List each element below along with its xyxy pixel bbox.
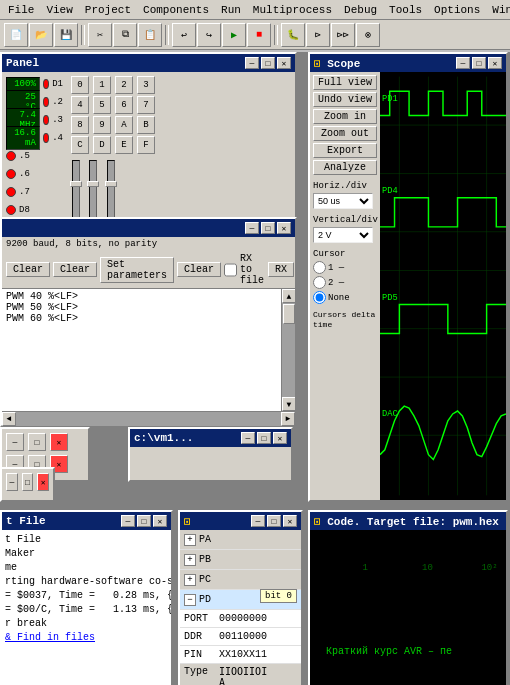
menu-options[interactable]: Options — [428, 3, 486, 17]
btn-4[interactable]: 4 — [71, 96, 89, 114]
terminal-clear-btn-3[interactable]: Clear — [177, 262, 221, 277]
scope-minimize[interactable]: ─ — [456, 57, 470, 69]
io-minimize[interactable]: ─ — [251, 515, 265, 527]
led-d1[interactable] — [43, 79, 49, 89]
toolbar-cut[interactable]: ✂ — [88, 23, 112, 47]
scope-undo-view[interactable]: Undo view — [313, 92, 377, 107]
scope-analyze[interactable]: Analyze — [313, 160, 377, 175]
io-maximize[interactable]: □ — [267, 515, 281, 527]
cursor-radio-2[interactable]: 2 — — [313, 276, 377, 289]
terminal-hscroll-track[interactable] — [16, 412, 281, 426]
scope-close[interactable]: ✕ — [488, 57, 502, 69]
terminal-clear-btn-2[interactable]: Clear — [53, 262, 97, 277]
console-body[interactable]: t File Maker me rting hardware-software … — [2, 530, 171, 685]
btn-a[interactable]: A — [115, 116, 133, 134]
sw1-btn2[interactable]: □ — [28, 433, 46, 451]
led-d6[interactable] — [6, 169, 16, 179]
code-body[interactable]: 1 10 10² 10³ Краткий курс AVR – пе Генер… — [310, 530, 506, 685]
btn-e[interactable]: E — [115, 136, 133, 154]
terminal-clear-btn-1[interactable]: Clear — [6, 262, 50, 277]
terminal-minimize[interactable]: ─ — [245, 222, 259, 234]
menu-window[interactable]: Window — [486, 3, 510, 17]
terminal-scroll-down[interactable]: ▼ — [282, 397, 295, 411]
terminal-close[interactable]: ✕ — [277, 222, 291, 234]
panel-maximize[interactable]: □ — [261, 57, 275, 69]
io-pa-expand[interactable]: + — [184, 534, 196, 546]
cursor-radio-2-input[interactable] — [313, 276, 326, 289]
menu-run[interactable]: Run — [215, 3, 247, 17]
terminal-hscroll-left[interactable]: ◄ — [2, 412, 16, 426]
btn-8[interactable]: 8 — [71, 116, 89, 134]
panel-minimize[interactable]: ─ — [245, 57, 259, 69]
io-pb-expand[interactable]: + — [184, 554, 196, 566]
led-d8[interactable] — [6, 205, 16, 215]
panel-close[interactable]: ✕ — [277, 57, 291, 69]
cursor-radio-1-input[interactable] — [313, 261, 326, 274]
scope-horiz-div-select[interactable]: 50 us — [313, 193, 373, 209]
btn-5[interactable]: 5 — [93, 96, 111, 114]
toolbar-paste[interactable]: 📋 — [138, 23, 162, 47]
menu-view[interactable]: View — [40, 3, 78, 17]
sw2-maximize[interactable]: □ — [257, 432, 271, 444]
cursor-radio-none[interactable]: None — [313, 291, 377, 304]
btn-3[interactable]: 3 — [137, 76, 155, 94]
btn-d[interactable]: D — [93, 136, 111, 154]
btn-9[interactable]: 9 — [93, 116, 111, 134]
btn-b[interactable]: B — [137, 116, 155, 134]
io-pc-expand[interactable]: + — [184, 574, 196, 586]
terminal-scroll-track[interactable] — [282, 303, 295, 397]
toolbar-step[interactable]: ⊳ — [306, 23, 330, 47]
cursor-radio-1[interactable]: 1 — — [313, 261, 377, 274]
terminal-rx-btn[interactable]: RX — [268, 262, 294, 277]
console-maximize[interactable]: □ — [137, 515, 151, 527]
menu-project[interactable]: Project — [79, 3, 137, 17]
menu-tools[interactable]: Tools — [383, 3, 428, 17]
scope-maximize[interactable]: □ — [472, 57, 486, 69]
slider-s1-thumb[interactable] — [70, 181, 82, 187]
terminal-scroll-up[interactable]: ▲ — [282, 289, 295, 303]
btn-6[interactable]: 6 — [115, 96, 133, 114]
terminal-set-params-btn[interactable]: Set parameters — [100, 257, 174, 283]
toolbar-undo[interactable]: ↩ — [172, 23, 196, 47]
scope-vert-div-select[interactable]: 2 V — [313, 227, 373, 243]
led-d3[interactable] — [43, 115, 49, 125]
slider-s3-thumb[interactable] — [105, 181, 117, 187]
menu-components[interactable]: Components — [137, 3, 215, 17]
led-d7[interactable] — [6, 187, 16, 197]
cursor-radio-none-input[interactable] — [313, 291, 326, 304]
toolbar-redo[interactable]: ↪ — [197, 23, 221, 47]
toolbar-stop[interactable]: ■ — [247, 23, 271, 47]
slider-s3-track[interactable] — [107, 160, 115, 220]
toolbar-open[interactable]: 📂 — [29, 23, 53, 47]
scope-zoom-out[interactable]: Zoom out — [313, 126, 377, 141]
btn-0[interactable]: 0 — [71, 76, 89, 94]
sw1-btn3[interactable]: ✕ — [50, 433, 68, 451]
terminal-maximize[interactable]: □ — [261, 222, 275, 234]
io-close[interactable]: ✕ — [283, 515, 297, 527]
toolbar-step2[interactable]: ⊳⊳ — [331, 23, 355, 47]
scope-full-view[interactable]: Full view — [313, 75, 377, 90]
sw1-btn1[interactable]: ─ — [6, 433, 24, 451]
led-d2[interactable] — [43, 97, 49, 107]
toolbar-copy[interactable]: ⧉ — [113, 23, 137, 47]
console-close[interactable]: ✕ — [153, 515, 167, 527]
sw3-btn1[interactable]: ─ — [6, 473, 18, 491]
btn-7[interactable]: 7 — [137, 96, 155, 114]
console-minimize[interactable]: ─ — [121, 515, 135, 527]
rx-to-file-checkbox[interactable] — [224, 263, 237, 277]
io-pd-expand[interactable]: − — [184, 594, 196, 606]
toolbar-break[interactable]: ⊗ — [356, 23, 380, 47]
menu-debug[interactable]: Debug — [338, 3, 383, 17]
btn-2[interactable]: 2 — [115, 76, 133, 94]
sw3-btn2[interactable]: □ — [22, 473, 34, 491]
slider-s2-thumb[interactable] — [87, 181, 99, 187]
menu-multiprocess[interactable]: Multiprocess — [247, 3, 338, 17]
terminal-text-area[interactable]: PWM 40 %<LF> PWM 50 %<LF> PWM 60 %<LF> — [2, 289, 281, 411]
toolbar-debug[interactable]: 🐛 — [281, 23, 305, 47]
menu-file[interactable]: File — [2, 3, 40, 17]
toolbar-run[interactable]: ▶ — [222, 23, 246, 47]
sw2-minimize[interactable]: ─ — [241, 432, 255, 444]
terminal-hscroll-right[interactable]: ► — [281, 412, 295, 426]
btn-1[interactable]: 1 — [93, 76, 111, 94]
slider-s1-track[interactable] — [72, 160, 80, 220]
